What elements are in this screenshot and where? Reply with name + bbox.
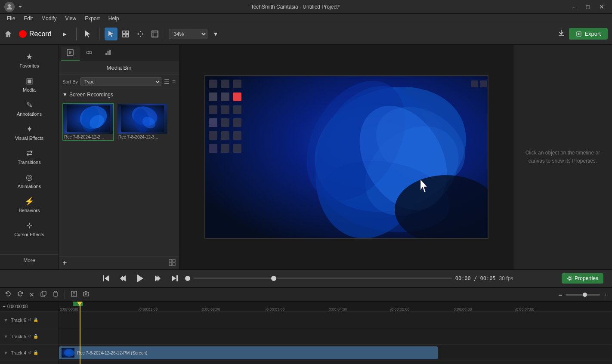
- minimize-button[interactable]: ─: [568, 3, 580, 11]
- track-clip-4[interactable]: Rec 7-8-2024-12-26-12-PM (Screen): [59, 346, 438, 359]
- menubar: File Edit Modify View Export Help: [0, 14, 612, 23]
- playback-track[interactable]: [194, 278, 452, 279]
- menu-help[interactable]: Help: [105, 15, 123, 22]
- snapshot-button[interactable]: [81, 290, 91, 299]
- zoom-out-button[interactable]: –: [557, 290, 564, 299]
- track-5-expand[interactable]: ▼: [3, 334, 8, 339]
- ruler-mark-1: 0:00:01;00: [139, 307, 158, 312]
- redo-button[interactable]: [15, 290, 25, 299]
- svg-rect-50: [233, 131, 241, 140]
- track-5-undo[interactable]: ↺: [28, 334, 31, 339]
- zoom-slider[interactable]: [566, 294, 600, 296]
- play-button[interactable]: [133, 271, 147, 285]
- thumb-preview-2: [117, 104, 167, 134]
- undo-button[interactable]: [3, 290, 13, 299]
- profile-chevron-icon: [18, 5, 22, 9]
- track-4-expand[interactable]: ▼: [3, 350, 8, 355]
- add-media-button[interactable]: +: [62, 259, 67, 268]
- sidebar-item-animations[interactable]: ◎ Animations: [3, 169, 56, 192]
- svg-rect-47: [233, 118, 241, 127]
- track-6-expand[interactable]: ▼: [3, 318, 8, 323]
- sort-desc-button[interactable]: ≡: [172, 78, 176, 85]
- close-button[interactable]: ✕: [596, 3, 608, 11]
- media-thumb-1[interactable]: Rec 7-8-2024-12-2...: [62, 103, 114, 141]
- section-collapse-icon: ▼: [62, 92, 68, 98]
- step-forward-button[interactable]: [151, 271, 164, 285]
- svg-rect-12: [105, 53, 107, 55]
- zoom-in-button[interactable]: +: [602, 290, 609, 299]
- select-tool-button[interactable]: [105, 28, 117, 40]
- group-tool-button[interactable]: [119, 28, 132, 40]
- insert-track-button[interactable]: [69, 290, 79, 299]
- sidebar-item-visual-effects[interactable]: ✦ Visual Effects: [3, 121, 56, 144]
- sidebar-item-annotations[interactable]: ✎ Annotations: [3, 97, 56, 120]
- svg-rect-57: [103, 275, 104, 281]
- zoom-dropdown-button[interactable]: ▾: [209, 28, 222, 40]
- record-dropdown-button[interactable]: ►: [59, 29, 71, 39]
- tab-stats[interactable]: [99, 46, 117, 61]
- maximize-button[interactable]: □: [582, 3, 594, 11]
- svg-rect-70: [55, 291, 56, 293]
- tab-media[interactable]: [61, 46, 80, 61]
- media-panel: Media Bin Sort By Type Name Date Size ☰ …: [59, 45, 179, 269]
- record-button[interactable]: Record: [14, 28, 57, 40]
- media-thumb-2[interactable]: Rec 7-8-2024-12-3...: [117, 103, 168, 141]
- sort-asc-button[interactable]: ☰: [164, 78, 170, 85]
- track-labels: + 0:00:00;08 ▼ Track 6 ↺ 🔒 ▼ Track 5 ↺ 🔒…: [0, 302, 59, 364]
- ruler-mark-4: 0:00:04;00: [328, 307, 347, 312]
- delete-button[interactable]: ✕: [28, 290, 36, 299]
- track-label-4: ▼ Track 4 ↺ 🔒: [0, 345, 59, 361]
- zoom-select[interactable]: 34% 50% 75% 100%: [169, 29, 207, 39]
- step-back-button[interactable]: [116, 271, 130, 285]
- copy-button[interactable]: [39, 290, 48, 299]
- sidebar-more[interactable]: More: [0, 254, 59, 266]
- properties-button[interactable]: Properties: [562, 273, 603, 284]
- svg-rect-37: [221, 80, 229, 88]
- sidebar-item-cursor-effects[interactable]: ⊹ Cursor Effects: [3, 217, 56, 241]
- download-button[interactable]: [557, 28, 566, 39]
- menu-file[interactable]: File: [3, 15, 19, 22]
- menu-view[interactable]: View: [62, 15, 80, 22]
- export-button[interactable]: Export: [569, 28, 608, 40]
- sort-select[interactable]: Type Name Date Size: [80, 77, 161, 86]
- properties-panel: Click an object on the timeline or canva…: [513, 45, 612, 269]
- tl-separator: [65, 290, 65, 299]
- menu-modify[interactable]: Modify: [38, 15, 60, 22]
- svg-rect-36: [209, 80, 217, 88]
- sidebar-transitions-label: Transitions: [18, 160, 40, 165]
- toolbar-separator: [76, 28, 77, 40]
- track-6-undo[interactable]: ↺: [28, 318, 31, 322]
- export-label: Export: [584, 31, 601, 37]
- svg-rect-44: [233, 105, 241, 114]
- track-row-3: [59, 361, 612, 364]
- view-mode-button[interactable]: [169, 259, 176, 267]
- svg-rect-8: [152, 31, 158, 37]
- playhead-knob[interactable]: [271, 276, 276, 281]
- svg-point-66: [569, 278, 571, 280]
- timeline-tracks-area: 0:00:00;00 0:00:01;00 0:00:02;00 0:00:03…: [59, 302, 612, 364]
- screen-recordings-section[interactable]: ▼ Screen Recordings: [59, 89, 179, 100]
- svg-rect-13: [108, 51, 109, 55]
- tab-effects[interactable]: [80, 46, 99, 61]
- sidebar-item-behaviors[interactable]: ⚡ Behaviors: [3, 193, 56, 216]
- track-6-name: Track 6: [11, 318, 26, 323]
- sidebar-item-favorites[interactable]: ★ Favorites: [3, 49, 56, 72]
- svg-rect-23: [169, 259, 172, 262]
- crop-tool-button[interactable]: [148, 28, 161, 40]
- svg-rect-45: [209, 118, 217, 127]
- sidebar-item-transitions[interactable]: ⇄ Transitions: [3, 145, 56, 168]
- svg-point-11: [89, 51, 92, 54]
- track-4-undo[interactable]: ↺: [28, 350, 31, 355]
- profile-icon: [4, 2, 15, 12]
- menu-edit[interactable]: Edit: [20, 15, 36, 22]
- timeline-content: + 0:00:00;08 ▼ Track 6 ↺ 🔒 ▼ Track 5 ↺ 🔒…: [0, 302, 612, 364]
- skip-back-button[interactable]: [99, 271, 113, 285]
- add-track-button[interactable]: +: [3, 304, 6, 310]
- menu-export[interactable]: Export: [81, 15, 103, 22]
- track-labels-header: + 0:00:00;08: [0, 302, 59, 312]
- tools-sep: [165, 28, 165, 40]
- sidebar-item-media[interactable]: ▣ Media: [3, 73, 56, 96]
- move-tool-button[interactable]: [134, 28, 147, 40]
- paste-button[interactable]: [51, 290, 60, 299]
- skip-forward-button[interactable]: [168, 271, 182, 285]
